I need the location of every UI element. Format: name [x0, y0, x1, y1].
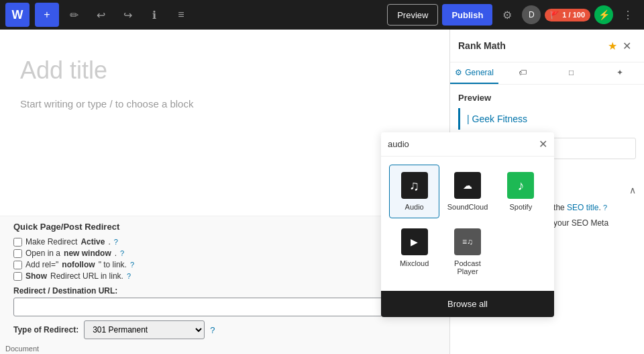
info-button[interactable]: ℹ [142, 3, 166, 27]
redo-button[interactable]: ↪ [115, 3, 140, 27]
content-collapse-button[interactable]: ∧ [629, 185, 636, 195]
spotify-icon: ♪ [507, 172, 534, 199]
block-item-soundcloud[interactable]: ☁ SoundCloud [442, 165, 492, 218]
block-item-mixcloud[interactable]: ▶ Mixcloud [389, 221, 439, 283]
issue-help-1[interactable]: ? [603, 204, 607, 212]
body-placeholder[interactable]: Start writing or type / to choose a bloc… [20, 98, 429, 109]
social-tab-icon: ✦ [616, 68, 623, 77]
redirect-type-help-icon[interactable]: ? [210, 325, 215, 335]
panel-close-button[interactable]: ✕ [617, 36, 636, 55]
spotify-label: Spotify [510, 203, 533, 211]
title-placeholder[interactable]: Add title [20, 56, 429, 85]
panel-star-icon[interactable]: ★ [608, 40, 617, 52]
block-search-close-button[interactable]: ✕ [539, 138, 547, 150]
panel-header: Rank Math ★ ✕ [450, 30, 644, 62]
toolbar: W + ✏ ↩ ↪ ℹ ≡ Preview Publish ⚙ D 🚩 1 / … [0, 0, 644, 30]
list-view-button[interactable]: ≡ [169, 3, 193, 27]
panel-tabs: ⚙ General 🏷 □ ✦ [450, 62, 644, 85]
performance-icon[interactable]: ⚡ [594, 5, 613, 24]
mixcloud-label: Mixcloud [400, 259, 429, 267]
panel-title: Rank Math [458, 40, 608, 51]
redirect-option-window[interactable]: Open in a new window. ? [13, 249, 436, 258]
publish-button[interactable]: Publish [442, 4, 492, 26]
document-label: Document [5, 345, 39, 353]
rank-icon: 🚩 [550, 11, 559, 19]
tab-schema[interactable]: □ [547, 62, 596, 84]
edit-button[interactable]: ✏ [62, 3, 86, 27]
preview-button[interactable]: Preview [387, 4, 438, 26]
podcast-icon: ≡♫ [454, 228, 481, 255]
redirect-option-show-url[interactable]: Show Redirect URL in link. ? [13, 271, 436, 281]
user-icon[interactable]: D [522, 5, 541, 24]
undo-button[interactable]: ↩ [89, 3, 113, 27]
redirect-url-input[interactable] [13, 298, 427, 316]
redirect-type-label: Type of Redirect: [13, 325, 78, 335]
redirect-section-title: Quick Page/Post Redirect [13, 222, 436, 232]
audio-icon: ♫ [401, 172, 428, 199]
general-tab-label: General [465, 68, 494, 77]
seo-title-link[interactable]: SEO title [567, 203, 598, 212]
soundcloud-label: SoundCloud [447, 203, 488, 211]
advanced-tab-icon: 🏷 [519, 68, 527, 77]
tab-social[interactable]: ✦ [596, 62, 644, 84]
redirect-option-active[interactable]: Make Redirect Active. ? [13, 237, 436, 247]
block-search-input[interactable] [388, 139, 535, 149]
redirect-type-select[interactable]: 301 Permanent 302 Temporary 307 Temporar… [84, 320, 205, 339]
rank-score: 1 / 100 [562, 11, 585, 19]
add-block-toolbar-button[interactable]: + [35, 3, 59, 27]
audio-label: Audio [405, 203, 424, 211]
url-field-group: Redirect / Destination URL: ? [13, 286, 436, 316]
more-options-button[interactable]: ⋮ [617, 4, 639, 26]
general-tab-icon: ⚙ [455, 68, 462, 77]
block-search-header: ✕ [381, 132, 554, 157]
block-grid: ♫ Audio ☁ SoundCloud ♪ Spotify ▶ Mixclou… [381, 157, 554, 291]
preview-link[interactable]: | Geek Fitness [458, 108, 636, 130]
settings-icon[interactable]: ⚙ [496, 4, 518, 26]
tab-advanced[interactable]: 🏷 [498, 62, 547, 84]
block-item-podcast[interactable]: ≡♫ Podcast Player [442, 221, 492, 283]
tab-general[interactable]: ⚙ General [450, 62, 498, 84]
wp-logo[interactable]: W [5, 3, 30, 27]
block-item-audio[interactable]: ♫ Audio [389, 165, 439, 218]
mixcloud-icon: ▶ [401, 228, 428, 255]
rank-math-score-badge[interactable]: 🚩 1 / 100 [545, 9, 590, 21]
redirect-type-group: Type of Redirect: 301 Permanent 302 Temp… [13, 320, 436, 339]
podcast-label: Podcast Player [447, 259, 488, 275]
block-item-spotify[interactable]: ♪ Spotify [496, 165, 546, 218]
soundcloud-icon: ☁ [454, 172, 481, 199]
preview-section-label: Preview [458, 93, 636, 103]
block-search-popup: ✕ ♫ Audio ☁ SoundCloud ♪ Spotify ▶ Mixcl… [381, 132, 554, 317]
schema-tab-icon: □ [569, 68, 574, 77]
redirect-option-nofollow[interactable]: Add rel="nofollow" to link. ? [13, 260, 436, 269]
url-label: Redirect / Destination URL: [13, 286, 436, 296]
browse-all-button[interactable]: Browse all [381, 291, 554, 317]
